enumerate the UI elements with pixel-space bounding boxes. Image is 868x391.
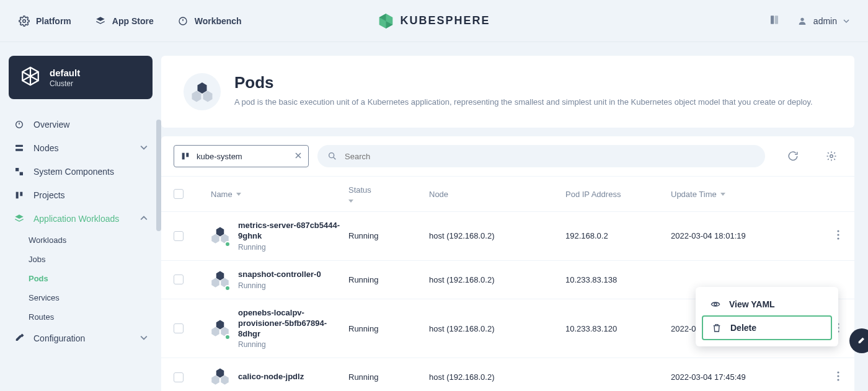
scrollbar-thumb[interactable] [156,120,161,231]
row-checkbox[interactable] [174,323,184,333]
pod-name-link[interactable]: metrics-server-687cb5444-9ghnk [238,221,341,242]
ip-cell: 192.168.0.2 [565,231,671,240]
user-menu[interactable]: admin [797,16,849,26]
platform-menu[interactable]: Platform [19,15,71,27]
col-updated[interactable]: Update Time [671,190,807,199]
nav-application-workloads[interactable]: Application Workloads [9,207,153,231]
status-dot-icon [224,241,231,247]
refresh-button[interactable] [782,146,804,167]
col-status[interactable]: Status [348,185,429,203]
nav-routes[interactable]: Routes [29,307,153,327]
col-ip: Pod IP Address [565,190,671,199]
pod-name-link[interactable]: snapshot-controller-0 [238,270,321,280]
menu-view-yaml[interactable]: View YAML [702,293,832,315]
appstore-link[interactable]: App Store [95,15,154,27]
svg-rect-7 [16,149,23,151]
svg-point-24 [837,372,839,374]
node-cell: host (192.168.0.2) [429,275,565,284]
clear-filter-icon[interactable] [294,151,302,162]
table-header: Name Status Node Pod IP Address Update T… [161,176,854,212]
cluster-icon [20,66,41,89]
settings-button[interactable] [821,146,842,167]
time-cell: 2022-03-04 18:01:19 [671,231,807,240]
projects-icon [14,190,25,201]
sidebar: default Cluster Overview Nodes System Co… [0,42,161,391]
row-checkbox[interactable] [174,275,184,284]
status-cell: Running [348,275,429,284]
pod-icon [211,319,229,339]
nav-jobs[interactable]: Jobs [29,250,153,269]
search-icon [327,151,337,161]
pod-name-link[interactable]: calico-node-jpdlz [238,372,304,382]
svg-point-4 [800,17,804,20]
cluster-name: default [50,68,80,78]
user-icon [797,16,807,26]
nav-overview[interactable]: Overview [9,113,153,136]
svg-point-0 [23,19,26,22]
hammer-icon [857,336,867,346]
pod-name-link[interactable]: openebs-localpv-provisioner-5bfb67894-8d… [238,308,341,340]
sort-icon [720,193,725,196]
nav-projects[interactable]: Projects [9,183,153,207]
page-title: Pods [234,73,813,92]
nav-configuration[interactable]: Configuration [9,327,153,350]
svg-rect-11 [20,192,22,196]
docs-icon[interactable] [769,14,780,28]
svg-point-26 [837,379,839,381]
svg-point-17 [837,231,839,232]
svg-point-19 [837,238,839,240]
top-bar: Platform App Store Workbench KUBESPHERE [0,0,868,42]
gear-icon [19,15,30,27]
kubesphere-logo-icon [378,13,394,29]
row-actions-button[interactable] [835,369,842,385]
page-desc: A pod is the basic execution unit of a K… [234,96,813,109]
status-cell: Running [348,372,429,382]
nav-pods[interactable]: Pods [29,269,153,288]
dashboard-icon [14,119,25,130]
svg-point-16 [830,155,833,158]
workbench-link[interactable]: Workbench [177,15,242,27]
svg-rect-6 [16,145,23,147]
brand-logo[interactable]: KUBESPHERE [378,13,490,29]
hammer-icon [14,333,25,344]
col-name[interactable]: Name [211,190,348,199]
node-cell: host (192.168.0.2) [429,372,565,382]
cluster-selector[interactable]: default Cluster [9,56,153,99]
menu-delete[interactable]: Delete [702,315,832,340]
pod-icon [211,226,229,246]
workloads-icon [14,213,25,224]
nav-nodes[interactable]: Nodes [9,136,153,160]
status-cell: Running [348,324,429,333]
nav-workloads[interactable]: Workloads [29,231,153,250]
chevron-down-icon [140,143,148,153]
nav-system-components[interactable]: System Components [9,160,153,183]
stack-icon [95,15,106,27]
svg-rect-8 [16,168,19,171]
svg-rect-9 [20,172,23,175]
svg-point-18 [837,234,839,236]
svg-rect-10 [16,192,19,199]
sort-icon [236,193,241,196]
trash-icon [712,323,722,333]
search-input[interactable] [345,152,755,161]
table-row: snapshot-controller-0Running Running hos… [161,261,854,299]
select-all-checkbox[interactable] [174,189,184,199]
svg-rect-3 [775,15,778,24]
node-cell: host (192.168.0.2) [429,324,565,333]
search-box[interactable] [317,145,765,167]
nav-services[interactable]: Services [29,288,153,307]
row-checkbox[interactable] [174,372,184,382]
nodes-icon [14,143,25,154]
row-actions-button[interactable] [835,227,842,244]
svg-rect-2 [771,15,774,24]
sort-icon [348,200,353,203]
col-node: Node [429,190,565,199]
node-cell: host (192.168.0.2) [429,231,565,240]
eye-icon [711,299,720,309]
page-header: Pods A pod is the basic execution unit o… [161,56,854,128]
row-checkbox[interactable] [174,231,184,241]
namespace-filter-chip[interactable]: kube-system [174,145,309,167]
pods-icon [184,73,221,110]
status-dot-icon [224,285,231,291]
svg-rect-14 [186,153,188,157]
